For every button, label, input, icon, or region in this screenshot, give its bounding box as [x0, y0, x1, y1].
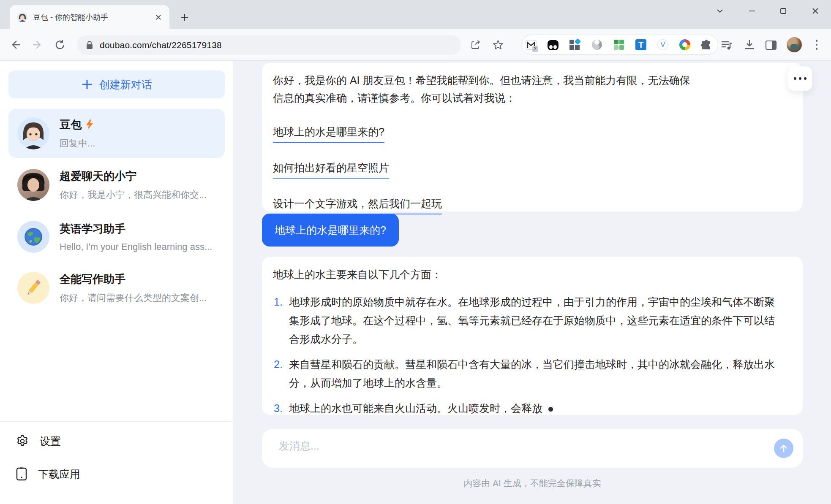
- assistant-welcome-message: 你好，我是你的 AI 朋友豆包！希望我能帮到你。但也请注意，我当前能力有限，无法…: [262, 63, 803, 211]
- answer-item: 来自彗星和陨石的贡献。彗星和陨石中含有大量的冰，当它们撞击地球时，其中的冰就会融…: [273, 355, 782, 392]
- chat-preview: Hello, I'm your English learning ass...: [60, 241, 212, 252]
- suggestion-link-water[interactable]: 地球上的水是哪里来的?: [273, 125, 384, 143]
- v-extension-icon[interactable]: V: [657, 39, 669, 51]
- settings-label: 设置: [40, 434, 61, 448]
- suggestion-link-starry-photo[interactable]: 如何拍出好看的星空照片: [273, 161, 389, 179]
- titlebar: 豆包 - 你的智能小助手: [0, 0, 831, 29]
- answer-item: 地球上的水也可能来自火山活动。火山喷发时，会释放: [273, 399, 782, 417]
- message-composer: [262, 429, 803, 468]
- more-options-button[interactable]: [788, 66, 812, 91]
- globe-icon: [17, 221, 49, 253]
- green-grid-extension-icon[interactable]: [613, 39, 625, 51]
- window-close-button[interactable]: [808, 4, 823, 18]
- suggestion-link-word-game[interactable]: 设计一个文字游戏，然后我们一起玩: [273, 197, 442, 214]
- url-text: doubao.com/chat/2265179138: [100, 40, 222, 50]
- tab-title: 豆包 - 你的智能小助手: [33, 12, 153, 22]
- owl-extension-icon[interactable]: [548, 40, 559, 52]
- doubao-favicon-icon: [17, 12, 27, 22]
- bookmark-star-icon[interactable]: [490, 37, 506, 53]
- browser-window: 豆包 - 你的智能小助手 doubao.: [0, 0, 831, 504]
- chat-preview: 你好，我是小宁，很高兴能和你交...: [60, 189, 207, 201]
- browser-menu-icon[interactable]: [814, 38, 820, 51]
- url-bar[interactable]: doubao.com/chat/2265179138: [77, 35, 461, 55]
- tab-close-icon[interactable]: [153, 12, 163, 22]
- gmail-badge: 2: [532, 46, 538, 52]
- user-message-text: 地球上的水是哪里来的?: [275, 223, 386, 237]
- lock-icon: [85, 40, 94, 50]
- message-input[interactable]: [279, 439, 744, 460]
- share-icon[interactable]: [468, 37, 484, 53]
- swirl-extension-icon[interactable]: [591, 39, 603, 51]
- chat-area: 你好，我是你的 AI 朋友豆包！希望我能帮到你。但也请注意，我当前能力有限，无法…: [233, 61, 831, 504]
- new-chat-button[interactable]: 创建新对话: [8, 70, 225, 98]
- browser-tab[interactable]: 豆包 - 你的智能小助手: [10, 5, 169, 29]
- xiaoning-avatar: [17, 169, 49, 201]
- download-app-label: 下载应用: [38, 467, 80, 481]
- new-tab-button[interactable]: [177, 10, 192, 24]
- forward-icon[interactable]: [30, 37, 46, 53]
- chat-preview: 回复中...: [60, 137, 95, 150]
- chat-name: 英语学习助手: [60, 222, 125, 236]
- back-icon[interactable]: [7, 37, 23, 53]
- t-extension-icon[interactable]: T: [635, 39, 647, 51]
- chat-name: 豆包: [60, 117, 82, 132]
- lightning-icon: [86, 119, 93, 130]
- user-message-bubble: 地球上的水是哪里来的?: [262, 214, 399, 247]
- chat-name: 超爱聊天的小宁: [60, 169, 136, 184]
- answer-list: 地球形成时的原始物质中就存在水。在地球形成的过程中，由于引力的作用，宇宙中的尘埃…: [273, 293, 790, 417]
- answer-intro: 地球上的水主要来自以下几个方面：: [273, 268, 790, 282]
- chat-name: 全能写作助手: [60, 272, 125, 287]
- profile-avatar[interactable]: [787, 37, 802, 52]
- refresh-icon[interactable]: [52, 37, 68, 53]
- gmail-extension-icon[interactable]: 2: [526, 39, 537, 51]
- assistant-answer-message: 地球上的水主要来自以下几个方面： 地球形成时的原始物质中就存在水。在地球形成的过…: [262, 257, 803, 415]
- send-button[interactable]: [774, 439, 793, 458]
- settings-button[interactable]: 设置: [0, 428, 233, 455]
- grid-diamond-extension-icon[interactable]: [569, 39, 581, 51]
- chat-preview: 你好，请问需要什么类型的文案创...: [60, 292, 207, 304]
- welcome-text: 你好，我是你的 AI 朋友豆包！希望我能帮到你。但也请注意，我当前能力有限，无法…: [273, 71, 700, 107]
- color-ring-extension-icon[interactable]: [679, 39, 691, 51]
- tab-search-chevron-icon[interactable]: [713, 4, 727, 18]
- chat-item-english[interactable]: 英语学习助手 Hello, I'm your English learning …: [8, 212, 225, 261]
- sidebar-footer: 设置 下载应用: [0, 421, 233, 488]
- extensions-puzzle-icon[interactable]: [700, 39, 712, 51]
- answer-item: 地球形成时的原始物质中就存在水。在地球形成的过程中，由于引力的作用，宇宙中的尘埃…: [273, 293, 782, 348]
- doubao-avatar: [17, 117, 49, 149]
- ai-disclaimer: 内容由 AI 生成，不能完全保障真实: [262, 477, 803, 489]
- downloads-icon[interactable]: [741, 37, 757, 53]
- download-app-button[interactable]: 下载应用: [0, 461, 233, 488]
- sidebar: 创建新对话 豆包 回复中...: [0, 61, 233, 504]
- plus-icon: [82, 79, 93, 90]
- window-minimize-button[interactable]: [745, 4, 759, 18]
- media-queue-icon[interactable]: [719, 37, 735, 53]
- window-maximize-button[interactable]: [776, 4, 790, 18]
- chat-item-xiaoning[interactable]: 超爱聊天的小宁 你好，我是小宁，很高兴能和你交...: [8, 160, 225, 209]
- chat-item-doubao[interactable]: 豆包 回复中...: [8, 109, 225, 158]
- phone-icon: [16, 467, 27, 481]
- gear-icon: [16, 435, 29, 447]
- chat-item-writing[interactable]: 全能写作助手 你好，请问需要什么类型的文案创...: [8, 263, 225, 312]
- side-panel-icon[interactable]: [763, 37, 779, 53]
- new-chat-label: 创建新对话: [99, 78, 152, 92]
- pencil-icon: [17, 272, 49, 304]
- streaming-cursor-dot: [548, 407, 553, 412]
